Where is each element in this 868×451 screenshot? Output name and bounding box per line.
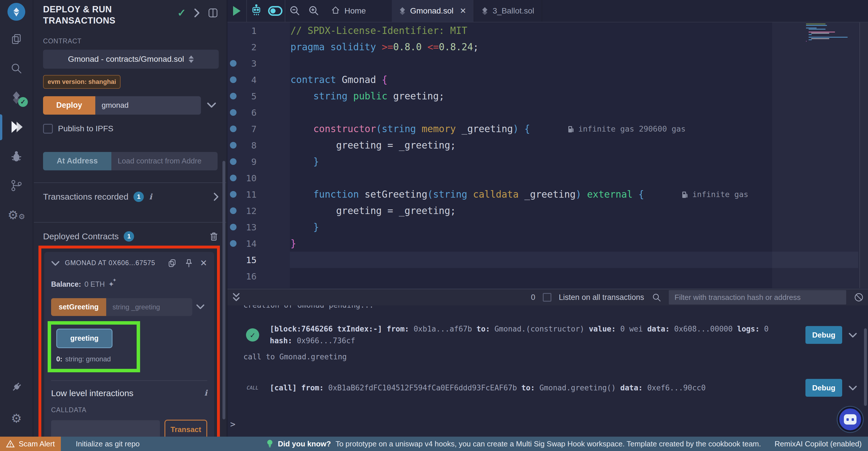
remix-logo-icon[interactable] (7, 3, 25, 21)
terminal-prompt[interactable]: > (230, 419, 236, 429)
zoom-out-button[interactable] (285, 0, 304, 22)
zoom-in-icon (308, 5, 319, 17)
sidebar-item-debugger[interactable] (0, 146, 33, 167)
chevron-down-icon[interactable] (848, 332, 857, 338)
breakpoint-dot-icon[interactable] (227, 109, 239, 116)
code-text: // SPDX-License-Identifier: MIT (257, 25, 467, 36)
breakpoint-dot-icon[interactable] (227, 142, 239, 148)
collapse-icon[interactable] (51, 260, 60, 266)
clear-console-icon[interactable] (854, 292, 864, 303)
chevron-down-icon[interactable] (848, 385, 857, 391)
calldata-input[interactable] (51, 420, 160, 439)
expand-deploy-icon[interactable] (205, 100, 219, 111)
code-text: greeting = _greeting; (257, 140, 456, 151)
run-script-button[interactable] (227, 0, 246, 22)
line-number: 16 (239, 271, 257, 282)
terminal-log[interactable]: creation of Gmonad pending... ✓[block:76… (227, 305, 868, 436)
did-you-know-tip: Did you know? To prototype on a uniswap … (267, 439, 761, 448)
breakpoint-dot-icon[interactable] (227, 191, 239, 198)
remix-ai-button[interactable] (247, 0, 266, 22)
breakpoint-dot-icon[interactable] (227, 240, 239, 247)
remix-ai-assistant-button[interactable] (838, 407, 863, 432)
sidebar-item-file-explorer[interactable] (0, 29, 33, 50)
gas-estimate-annotation: infinite gas (681, 190, 748, 199)
contract-select[interactable]: Gmonad - contracts/Gmonad.sol (43, 50, 219, 69)
pin-icon[interactable] (184, 258, 193, 268)
success-check-icon: ✓ (246, 328, 259, 342)
expand-args-icon[interactable] (193, 301, 207, 313)
greeting-button[interactable]: greeting (56, 329, 113, 348)
close-tab-icon[interactable]: ✕ (460, 6, 466, 16)
deploy-run-icon (9, 120, 23, 135)
balance-label: Balance: (51, 280, 81, 288)
evm-version-badge[interactable]: evm version: shanghai (43, 75, 121, 89)
debug-button[interactable]: Debug (805, 379, 842, 397)
split-view-icon[interactable] (207, 7, 219, 19)
minimap[interactable] (772, 22, 859, 288)
sidebar-item-solidity-unit-testing[interactable]: ⚙⚙ (0, 204, 33, 226)
breakpoint-dot-icon[interactable] (227, 93, 239, 100)
gas-estimate-annotation: infinite gas 290600 gas (567, 124, 686, 133)
editor-tabbar: Home Gmonad.sol ✕ 3_Ballot.sol (227, 0, 868, 22)
breakpoint-dot-icon[interactable] (227, 207, 239, 214)
terminal-scrollbar[interactable] (864, 328, 867, 406)
transactions-recorded-row[interactable]: Transactions recorded 1 i (43, 183, 219, 210)
zoom-out-icon (289, 5, 301, 17)
scam-alert-button[interactable]: Scam Alert (0, 436, 61, 451)
git-init-button[interactable]: Initialize as git repo (76, 440, 140, 448)
ai-sparkles-icon[interactable]: ✦✦ (108, 280, 114, 288)
constructor-args-input[interactable] (95, 96, 201, 115)
at-address-input[interactable] (112, 152, 218, 170)
set-greeting-button[interactable]: setGreeting (51, 298, 106, 316)
chevron-right-icon[interactable] (193, 8, 200, 18)
debug-button[interactable]: Debug (805, 326, 842, 344)
log-text[interactable]: [call] from: 0xB1aB62fdFC104512F594fCa0E… (270, 382, 797, 394)
ai-copilot-toggle[interactable] (266, 0, 285, 22)
sidebar-item-plugin-manager[interactable] (0, 377, 33, 398)
sidebar-item-solidity-compiler[interactable]: ✓ (0, 87, 33, 109)
info-icon[interactable]: i (149, 192, 152, 201)
call-tag: CALL (247, 385, 259, 391)
gas-pump-icon (567, 125, 575, 133)
publish-ipfs-checkbox[interactable] (43, 124, 53, 134)
deploy-button[interactable]: Deploy (43, 96, 95, 115)
minimap-line (809, 32, 835, 32)
breakpoint-dot-icon[interactable] (227, 158, 239, 165)
breakpoint-dot-icon[interactable] (227, 224, 239, 230)
sidebar-item-search[interactable] (0, 58, 33, 79)
zoom-in-button[interactable] (304, 0, 323, 22)
breakpoint-dot-icon[interactable] (227, 60, 239, 67)
minimap-line (809, 39, 812, 40)
terminal-panel: 0 Listen on all transactions creation of… (227, 289, 868, 436)
search-icon[interactable] (652, 292, 661, 302)
sidebar-item-git[interactable] (0, 175, 33, 196)
trash-icon[interactable] (209, 231, 219, 242)
toggle-icon (268, 6, 282, 16)
info-icon[interactable]: i (205, 388, 207, 397)
breakpoint-dot-icon[interactable] (227, 125, 239, 132)
tab-3-ballot-sol[interactable]: 3_Ballot.sol (474, 0, 542, 22)
tab-gmonad-sol[interactable]: Gmonad.sol ✕ (392, 0, 474, 22)
breakpoint-dot-icon[interactable] (227, 77, 239, 83)
sidebar-item-settings[interactable]: ⚙ (0, 408, 33, 429)
sidebar-item-deploy-and-run[interactable] (0, 117, 33, 138)
editor-area: Home Gmonad.sol ✕ 3_Ballot.sol 1// SPDX-… (227, 0, 868, 289)
close-icon[interactable]: ✕ (200, 259, 207, 267)
line-number: 3 (239, 58, 257, 69)
set-greeting-input[interactable] (106, 298, 192, 316)
code-editor[interactable]: 1// SPDX-License-Identifier: MIT2pragma … (227, 22, 868, 288)
code-text: } (257, 222, 319, 233)
expand-terminal-icon[interactable] (232, 292, 241, 303)
copy-icon[interactable] (167, 258, 177, 268)
editor-scrollbar[interactable] (859, 22, 868, 288)
panel-scrollbar[interactable] (222, 161, 225, 419)
listen-all-checkbox[interactable] (543, 293, 551, 302)
lightbulb-icon (267, 439, 273, 448)
at-address-button[interactable]: At Address (43, 152, 112, 170)
log-text[interactable]: [block:7646266 txIndex:-] from: 0xb1a...… (270, 323, 797, 347)
transaction-filter-input[interactable] (669, 290, 846, 305)
breakpoint-dot-icon[interactable] (227, 175, 239, 181)
gear-icon: ⚙ (11, 413, 22, 425)
tab-home[interactable]: Home (323, 0, 373, 22)
chevron-right-icon[interactable] (213, 193, 219, 201)
